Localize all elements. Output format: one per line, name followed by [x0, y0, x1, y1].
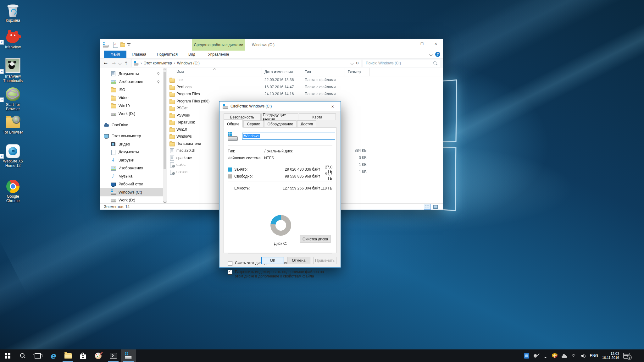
nav-item[interactable]: ISO [100, 86, 167, 94]
nav-item[interactable]: Загрузки [100, 156, 167, 164]
volume-label-input[interactable]: Windows [242, 133, 335, 140]
nav-item[interactable]: Video [100, 94, 167, 102]
nav-item[interactable]: Рабочий стол [100, 180, 167, 189]
desktop-icon[interactable]: ↗ IrfanView Thumbnails [0, 58, 26, 83]
desktop-icon[interactable]: ↗ WebSite X5 Home 12 [0, 143, 26, 168]
ok-button[interactable]: ОК [261, 257, 284, 264]
file-row[interactable]: Program Files 24.10.2016 14:16 Папка с ф… [167, 90, 443, 98]
search-input[interactable]: Поиск: Windows (C:) [363, 59, 440, 67]
help-icon[interactable]: ? [435, 52, 440, 57]
task-view-button[interactable] [30, 349, 45, 362]
close-button[interactable]: × [429, 39, 443, 48]
paint-taskbar-button[interactable] [91, 349, 106, 362]
disk-cleanup-button[interactable]: Очистка диска [300, 235, 330, 243]
disk-drive-icon [125, 352, 132, 359]
nav-item[interactable]: Документы [100, 148, 167, 156]
nav-item[interactable]: Видео [100, 140, 167, 148]
nav-scrollbar[interactable] [163, 68, 167, 204]
wifi-icon[interactable] [571, 353, 576, 359]
new-folder-icon[interactable] [120, 42, 125, 47]
tray-usb-icon[interactable] [543, 353, 548, 359]
column-header-size[interactable]: Размер [345, 68, 370, 76]
action-center-button[interactable]: 1 [623, 353, 630, 359]
column-header-type[interactable]: Тип [302, 68, 345, 76]
scroll-up-icon[interactable] [164, 69, 167, 72]
ribbon-tab[interactable]: Поделиться [152, 51, 183, 58]
nav-scrollbar-thumb[interactable] [164, 72, 166, 169]
edge-taskbar-button[interactable]: e [45, 349, 60, 362]
minimize-button[interactable]: – [401, 39, 415, 48]
nav-item[interactable]: Этот компьютер [100, 132, 167, 140]
file-row[interactable]: Intel 22.09.2016 13:36 Папка с файлами [167, 76, 443, 84]
shortcut-arrow-icon: ↗ [0, 154, 4, 159]
forward-button[interactable]: → [111, 61, 117, 66]
file-row[interactable]: PerfLogs 16.07.2016 14:47 Папка с файлам… [167, 84, 443, 91]
desktop-icon[interactable]: ↗ Корзина [0, 3, 26, 23]
cmd-taskbar-button[interactable] [106, 349, 121, 362]
scroll-down-icon[interactable] [164, 200, 167, 203]
clock[interactable]: 12:03 16.11.2016 [602, 352, 619, 360]
index-checkbox[interactable] [228, 270, 232, 275]
up-button[interactable]: ↑ [123, 61, 129, 66]
dialog-close-button[interactable]: × [328, 104, 337, 109]
nav-item[interactable]: Work (D:) [100, 110, 167, 118]
dialog-tab[interactable]: Предыдущие версии [261, 113, 298, 120]
ribbon-tab[interactable]: Главная [126, 51, 152, 58]
tray-onedrive-icon[interactable] [562, 353, 567, 359]
volume-icon[interactable] [580, 353, 586, 359]
compress-checkbox[interactable] [228, 261, 232, 266]
customize-qat-chevron-icon[interactable] [127, 43, 130, 47]
store-taskbar-button[interactable] [75, 349, 91, 362]
desktop-icon[interactable]: ↗ IrfanView [0, 29, 26, 49]
dialog-tab[interactable]: Оборудование [264, 120, 297, 128]
properties-check-icon[interactable] [113, 42, 118, 48]
nav-item[interactable]: Документы [100, 70, 167, 78]
desktop-app-icon [6, 58, 20, 73]
column-header-name[interactable]: Имя [167, 68, 262, 76]
contextual-tab-disk-tools[interactable]: Средства работы с дисками [192, 39, 245, 51]
tray-security-shield-icon[interactable] [552, 353, 558, 359]
breadcrumb[interactable]: › Этот компьютер › Windows (C:) ↻ [131, 59, 361, 67]
tab-file[interactable]: Файл [104, 51, 126, 58]
drive-icon[interactable] [103, 42, 108, 47]
nav-item[interactable]: Изображения [100, 164, 167, 173]
column-header-date[interactable]: Дата изменения [262, 68, 302, 76]
cancel-button[interactable]: Отмена [287, 257, 310, 264]
dialog-tab[interactable]: Общие [224, 119, 243, 128]
apply-button[interactable]: Применить [313, 257, 336, 264]
disk-window-taskbar-button[interactable] [121, 349, 136, 362]
nav-item[interactable]: OneDrive [100, 121, 167, 129]
nav-item[interactable]: Windows (C:) [100, 188, 167, 196]
desktop-icon[interactable]: ↗ Tor Browser [0, 114, 26, 134]
language-indicator[interactable]: ENG [590, 354, 598, 358]
address-dropdown-chevron-icon[interactable] [350, 62, 353, 65]
start-button[interactable] [0, 349, 15, 362]
refresh-icon[interactable]: ↻ [356, 61, 359, 65]
dialog-tab[interactable]: Доступ [297, 120, 316, 128]
file-type-icon [169, 127, 175, 132]
divider [228, 163, 332, 163]
file-type-icon [169, 169, 175, 175]
search-button[interactable] [15, 349, 30, 362]
dialog-tab[interactable]: Сервис [243, 120, 263, 128]
recent-locations-chevron-icon[interactable] [119, 62, 122, 65]
nav-item[interactable]: Win10 [100, 102, 167, 110]
nav-item[interactable]: Изображения [100, 78, 167, 86]
tray-satellite-icon[interactable] [533, 353, 539, 359]
large-icons-view-button[interactable] [432, 204, 439, 210]
tray-app-icon[interactable] [524, 353, 529, 359]
maximize-button[interactable]: □ [415, 39, 429, 48]
desktop-icon[interactable]: ↗ Start Tor Browser [0, 87, 26, 111]
details-view-button[interactable] [424, 204, 431, 210]
explorer-taskbar-button[interactable] [60, 349, 75, 362]
breadcrumb-item[interactable]: Этот компьютер [144, 61, 172, 65]
breadcrumb-item[interactable]: Windows (C:) [177, 61, 200, 65]
back-button[interactable]: ← [103, 61, 109, 66]
nav-item[interactable]: Музыка [100, 172, 167, 180]
dialog-tab[interactable]: Квота [299, 113, 336, 120]
desktop-app-icon [6, 145, 19, 158]
expand-ribbon-chevron-icon[interactable] [430, 53, 433, 56]
desktop-icon[interactable]: ↗ Google Chrome [0, 178, 26, 203]
tab-manage[interactable]: Управление [192, 51, 245, 58]
file-type-icon [169, 141, 175, 146]
